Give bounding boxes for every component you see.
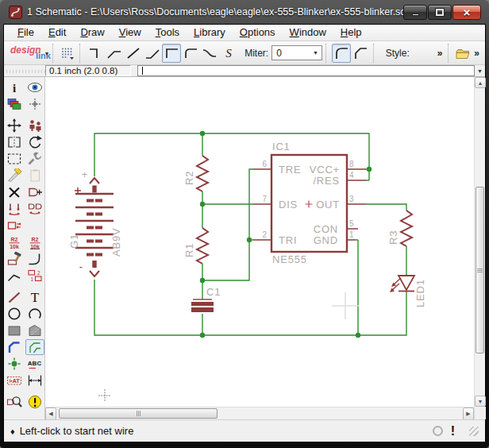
menu-help[interactable]: Help [333, 25, 369, 40]
split-tool-button[interactable] [5, 268, 24, 284]
attribute-tool-button[interactable]: >AT [5, 373, 24, 388]
bend-horizontal-then-vertical-icon [87, 45, 104, 61]
separator [373, 44, 376, 63]
vertical-scroll-track[interactable] [475, 88, 485, 396]
horizontal-scrollbar[interactable]: ◀ ▶ [45, 407, 474, 419]
gateswap-tool-button[interactable] [25, 201, 44, 217]
resistor-r3[interactable]: R3 [387, 210, 412, 246]
empty-slot [25, 218, 44, 234]
bend-vertical-then-horizontal-icon [163, 45, 180, 61]
resize-grip[interactable] [469, 427, 479, 436]
menu-window[interactable]: Window [283, 25, 333, 40]
miter-select[interactable]: 0 ▼ [271, 45, 322, 60]
info-tool-button[interactable]: i [5, 79, 24, 95]
error-indicator-icon[interactable]: ! [451, 424, 455, 438]
schematic-canvas[interactable]: IC1 NE555 TRE DIS TRI VCC+ /RES OUT CON … [45, 77, 474, 407]
name-tool-button[interactable]: R210k [5, 234, 24, 250]
copy-tool-button[interactable] [25, 118, 44, 133]
menu-edit[interactable]: Edit [41, 25, 73, 40]
value-tool-button[interactable]: R210k [25, 234, 44, 250]
battery-g1[interactable]: + - G1 AB9V [68, 168, 122, 276]
dimension-tool-button[interactable] [25, 373, 44, 388]
wire-tool-button[interactable] [5, 289, 24, 305]
add-tool-button[interactable] [25, 184, 44, 200]
rotate-tool-button[interactable] [25, 134, 44, 150]
minimize-button[interactable] [403, 5, 427, 20]
gateswap-icon [27, 202, 43, 216]
scroll-down-button[interactable]: ▼ [475, 396, 486, 407]
arc-tool-button[interactable] [25, 306, 44, 322]
scroll-up-button[interactable]: ▲ [475, 77, 486, 88]
designlink-button[interactable]: design link ▼ [7, 43, 49, 64]
errors-tool-button[interactable] [25, 394, 44, 410]
paste-tool-button[interactable] [25, 168, 44, 183]
erc-tool-button[interactable] [5, 394, 24, 410]
menu-view[interactable]: View [112, 25, 148, 40]
open-folder-button[interactable] [454, 44, 472, 63]
bend-horizontal-then-vertical-button[interactable] [86, 44, 105, 63]
bend-rounded-corner-button[interactable] [181, 44, 200, 63]
pinswap-tool-button[interactable] [5, 201, 24, 217]
overflow-chevron[interactable]: » [435, 48, 445, 59]
text-tool-button[interactable]: T [25, 289, 44, 305]
delete-tool-button[interactable] [5, 184, 24, 200]
horizontal-scroll-track[interactable] [56, 407, 463, 419]
miter-chamfer-button[interactable] [351, 44, 370, 63]
invoke-tool-button[interactable]: 12 [25, 268, 44, 284]
smash-tool-button[interactable] [5, 251, 24, 267]
scroll-right-button[interactable]: ▶ [463, 407, 474, 420]
vertical-scrollbar[interactable]: ▲ ▼ [474, 77, 485, 419]
command-input[interactable] [137, 65, 475, 76]
copy-icon [27, 118, 43, 133]
menu-options[interactable]: Options [233, 25, 283, 40]
show-tool-button[interactable] [25, 79, 44, 95]
separator [448, 44, 451, 63]
bend-vertical-then-horizontal-button[interactable] [162, 44, 181, 63]
bus-tool-button[interactable] [5, 339, 24, 355]
grid-button[interactable] [59, 44, 76, 63]
group-tool-button[interactable] [5, 151, 24, 167]
miter-tool-button[interactable] [25, 251, 44, 267]
style-label: Style: [386, 48, 410, 59]
overflow-chevron[interactable]: » [472, 48, 482, 59]
mirror-tool-button[interactable] [5, 134, 24, 150]
miter-rounded-button[interactable] [332, 44, 351, 63]
resistor-r1[interactable]: R1 [183, 228, 208, 264]
command-history-dropdown[interactable]: ▼ [475, 65, 485, 76]
bend-diagonal-button[interactable] [124, 44, 143, 63]
bend-horizontal-then-diagonal-button[interactable] [143, 44, 162, 63]
vertical-scroll-thumb[interactable] [476, 187, 484, 353]
maximize-button[interactable] [428, 5, 452, 20]
led1[interactable]: LED1 [390, 276, 426, 307]
cut-tool-button[interactable] [5, 168, 24, 183]
move-tool-button[interactable] [5, 118, 24, 133]
junction-tool-button[interactable] [5, 356, 24, 372]
bend-diagonal-then-horizontal-button[interactable] [105, 44, 124, 63]
title-bar[interactable]: 1 Schematic - E:\Users\Ross\Documents\ea… [3, 0, 486, 24]
svg-text:T: T [30, 290, 39, 304]
change-tool-button[interactable] [25, 151, 44, 167]
replace-tool-button[interactable] [5, 218, 24, 234]
close-button[interactable]: × [452, 5, 481, 20]
menu-library[interactable]: Library [187, 25, 233, 40]
circle-tool-button[interactable] [5, 306, 24, 322]
ic1-ne555[interactable]: IC1 NE555 TRE DIS TRI VCC+ /RES OUT CON … [253, 141, 366, 265]
menu-draw[interactable]: Draw [73, 25, 111, 40]
menu-file[interactable]: File [10, 25, 41, 40]
pinswap-icon [6, 202, 22, 216]
scroll-left-button[interactable]: ◀ [45, 407, 56, 420]
bend-rounded-corner-inverse-button[interactable] [200, 44, 219, 63]
net-wires[interactable] [94, 133, 406, 335]
resistor-r2[interactable]: R2 [183, 156, 208, 191]
bend-s-curve-button[interactable]: S [219, 44, 238, 63]
label-tool-button[interactable]: ABC [25, 356, 44, 372]
horizontal-scroll-thumb[interactable] [59, 408, 218, 419]
mark-tool-button[interactable] [25, 96, 44, 112]
status-bullet: ♦ [10, 427, 15, 436]
rect-tool-button[interactable] [5, 322, 24, 338]
display-tool-button[interactable] [5, 96, 24, 112]
net-tool-button[interactable] [25, 339, 44, 355]
polygon-tool-button[interactable] [25, 322, 44, 338]
capacitor-c1[interactable]: C1 [191, 286, 221, 312]
menu-tools[interactable]: Tools [148, 25, 187, 40]
